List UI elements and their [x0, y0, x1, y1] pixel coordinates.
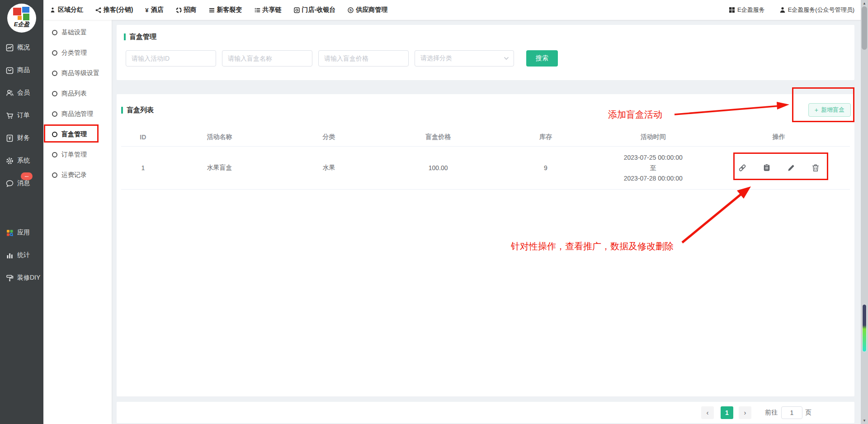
nav-item-label: 共享链	[263, 6, 282, 14]
time-start: 2023-07-25 00:00:00	[599, 152, 708, 163]
submenu-item-freight-record[interactable]: 运费记录	[43, 165, 112, 185]
submenu: 基础设置 分类管理 商品等级设置 商品列表 商品池管理 盲盒管理 订单管理 运费…	[43, 20, 112, 424]
next-page-button[interactable]: ›	[739, 406, 751, 419]
logo-block-orange	[18, 16, 22, 20]
sidebar-item-order[interactable]: 订单	[0, 104, 43, 127]
link-icon[interactable]	[738, 163, 747, 172]
browser-scrollbar[interactable]: ▲ ▼	[861, 0, 868, 424]
investment-icon	[176, 7, 182, 13]
radio-circle-icon	[52, 91, 57, 96]
cell-price: 100.00	[383, 164, 493, 172]
sidebar-item-label: 会员	[17, 89, 30, 97]
service-menu[interactable]: E企盈服务	[729, 6, 765, 14]
logo-block-green	[23, 14, 29, 20]
main-sidebar: E企盈 概况 商品 会员 订单 财务 系统 消息	[0, 0, 43, 424]
goods-icon	[6, 67, 14, 74]
nav-item-supplier[interactable]: S 供应商管理	[348, 6, 387, 14]
radio-circle-icon	[52, 30, 57, 35]
nav-item-share-chain[interactable]: 共享链	[255, 6, 282, 14]
sidebar-spacer	[0, 195, 43, 221]
column-header-price: 盲盒价格	[383, 133, 493, 141]
prev-page-button[interactable]: ‹	[701, 406, 714, 419]
current-page-button[interactable]: 1	[721, 406, 733, 419]
submenu-item-order-manage[interactable]: 订单管理	[43, 144, 112, 165]
sidebar-item-member[interactable]: 会员	[0, 81, 43, 104]
submenu-item-blindbox[interactable]: 盲盒管理	[43, 124, 112, 144]
add-blindbox-button[interactable]: + 新增盲盒	[808, 103, 851, 117]
cell-actions	[708, 163, 850, 172]
fission-icon	[209, 7, 215, 13]
submenu-item-goods-pool[interactable]: 商品池管理	[43, 104, 112, 124]
top-nav: 区域分红 推客(分销) ¥ 酒店 招商 新客裂变 共享链	[43, 0, 868, 20]
cell-id: 1	[121, 164, 165, 172]
sidebar-item-label: 统计	[17, 251, 30, 259]
nav-item-hotel[interactable]: ¥ 酒店	[145, 6, 163, 14]
nav-item-label: 酒店	[151, 6, 164, 14]
sidebar-item-finance[interactable]: 财务	[0, 127, 43, 149]
search-button[interactable]: 搜索	[526, 50, 558, 67]
list-head: 盲盒列表 + 新增盲盒	[117, 103, 854, 117]
sidebar-item-stats[interactable]: 统计	[0, 244, 43, 267]
category-select[interactable]: 请选择分类	[415, 50, 514, 67]
edit-icon[interactable]	[787, 163, 796, 172]
nav-item-investment[interactable]: 招商	[176, 6, 197, 14]
account-menu[interactable]: E企盈服务(公众号管理员)	[779, 6, 854, 14]
submenu-item-category[interactable]: 分类管理	[43, 43, 112, 63]
column-header-id: ID	[121, 133, 165, 141]
goto-page-input[interactable]	[781, 406, 802, 419]
scrollbar-thumb[interactable]	[862, 6, 867, 50]
nav-item-region-dividend[interactable]: 区域分红	[50, 6, 83, 14]
radio-circle-icon	[52, 111, 57, 117]
right-part: 区域分红 推客(分销) ¥ 酒店 招商 新客裂变 共享链	[43, 0, 868, 424]
cell-activity-time: 2023-07-25 00:00:00 至 2023-07-28 00:00:0…	[599, 152, 708, 184]
nav-item-store-cashier[interactable]: 门店-收银台	[294, 6, 336, 14]
finance-icon	[6, 134, 14, 142]
delete-icon[interactable]	[811, 163, 820, 172]
activity-id-input[interactable]	[126, 50, 216, 67]
table-header-row: ID 活动名称 分类 盲盒价格 库存 活动时间 操作	[121, 128, 850, 147]
goto-label: 前往	[765, 409, 778, 417]
column-header-name: 活动名称	[165, 133, 274, 141]
nav-item-label: 区域分红	[58, 6, 83, 14]
column-header-actions: 操作	[708, 133, 850, 141]
scroll-up-icon[interactable]: ▲	[861, 1, 868, 5]
list-panel: 盲盒列表 + 新增盲盒 ID 活动名称 分类 盲盒价格	[117, 94, 854, 396]
sidebar-item-message[interactable]: 消息 ...	[0, 172, 43, 195]
diy-icon	[6, 274, 14, 282]
grid-icon	[729, 7, 735, 13]
main-content: 盲盒管理 请选择分类 搜索	[112, 20, 868, 424]
submenu-item-goods-level[interactable]: 商品等级设置	[43, 63, 112, 83]
blindbox-name-input[interactable]	[222, 50, 312, 67]
sidebar-item-label: 财务	[17, 134, 30, 142]
submenu-item-goods-list[interactable]: 商品列表	[43, 83, 112, 104]
pagination-bar: ‹ 1 › 前往 页	[117, 402, 854, 423]
sidebar-item-overview[interactable]: 概况	[0, 36, 43, 59]
sidebar-item-label: 装修DIY	[17, 274, 40, 282]
nav-item-label: 新客裂变	[217, 6, 242, 14]
search-row: 请选择分类 搜索	[124, 50, 847, 67]
sidebar-item-goods[interactable]: 商品	[0, 59, 43, 81]
clipboard-icon[interactable]	[762, 163, 771, 172]
sidebar-item-diy[interactable]: 装修DIY	[0, 267, 43, 289]
sidebar-item-system[interactable]: 系统	[0, 149, 43, 172]
search-panel: 盲盒管理 请选择分类 搜索	[117, 25, 854, 80]
plus-icon: +	[815, 106, 818, 114]
table-row: 1 水果盲盒 水果 100.00 9 2023-07-25 00:00:00 至…	[121, 147, 850, 190]
logo[interactable]: E企盈	[0, 0, 43, 36]
radio-circle-icon	[52, 152, 57, 157]
yen-icon: ¥	[145, 7, 148, 14]
submenu-item-basic-settings[interactable]: 基础设置	[43, 22, 112, 43]
nav-item-fission[interactable]: 新客裂变	[209, 6, 242, 14]
scroll-down-icon[interactable]: ▼	[861, 419, 868, 423]
blindbox-price-input[interactable]	[318, 50, 409, 67]
stats-icon	[6, 252, 14, 259]
message-icon	[6, 180, 14, 187]
system-icon	[6, 157, 14, 165]
sidebar-item-label: 系统	[17, 157, 30, 165]
sidebar-item-apps[interactable]: 应用	[0, 221, 43, 244]
member-icon	[6, 89, 14, 97]
cell-name: 水果盲盒	[165, 164, 274, 172]
apps-icon	[6, 229, 14, 237]
supplier-icon: S	[348, 7, 354, 13]
nav-item-promoter[interactable]: 推客(分销)	[95, 6, 133, 14]
